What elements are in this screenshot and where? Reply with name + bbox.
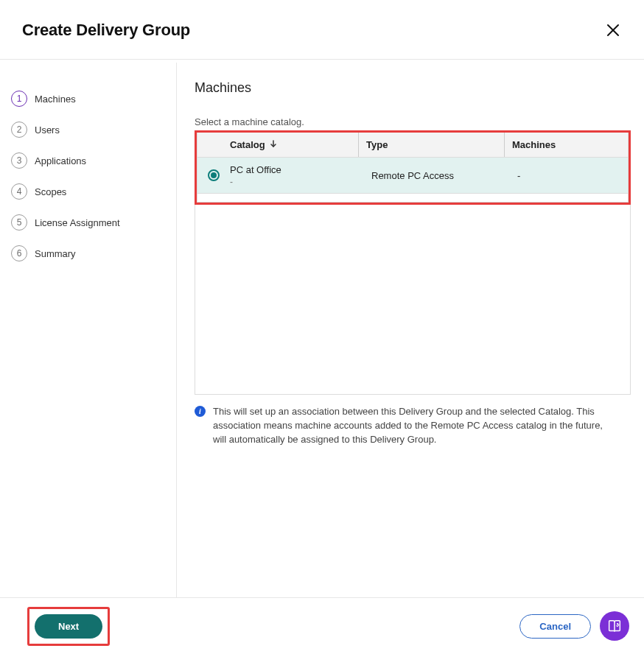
dialog-header: Create Delivery Group — [0, 0, 644, 60]
catalog-name: PC at Office — [230, 164, 358, 175]
info-note: i This will set up an association betwee… — [195, 405, 631, 447]
cancel-button[interactable]: Cancel — [519, 614, 591, 639]
col-type[interactable]: Type — [358, 133, 504, 157]
wizard-step-applications[interactable]: 3Applications — [11, 145, 176, 176]
step-number-icon: 5 — [11, 214, 27, 231]
wizard-step-machines[interactable]: 1Machines — [11, 83, 176, 114]
col-catalog[interactable]: Catalog — [197, 133, 358, 157]
step-number-icon: 4 — [11, 183, 27, 200]
step-number-icon: 3 — [11, 152, 27, 169]
catalog-selection-highlight: Catalog Type Machines PC at Off — [195, 130, 631, 205]
table-row[interactable]: PC at Office-Remote PC Access- — [197, 158, 628, 193]
catalog-sub: - — [230, 177, 358, 187]
catalog-table: Catalog Type Machines PC at Off — [197, 133, 629, 194]
dialog-footer: Next Cancel — [0, 597, 644, 654]
step-label: Machines — [35, 94, 76, 105]
info-text: This will set up an association between … — [213, 405, 616, 447]
catalog-radio[interactable] — [208, 169, 220, 181]
row-radio-cell — [197, 169, 230, 181]
main-panel: Machines Select a machine catalog. Catal… — [177, 63, 644, 597]
step-label: License Assignment — [35, 217, 120, 228]
step-label: Scopes — [35, 186, 66, 197]
row-machines-cell: - — [504, 170, 628, 181]
col-catalog-label: Catalog — [230, 139, 265, 150]
next-button-highlight: Next — [27, 607, 110, 646]
close-icon[interactable] — [604, 21, 622, 39]
instruction-text: Select a machine catalog. — [195, 116, 631, 127]
next-button[interactable]: Next — [35, 614, 102, 639]
row-type-cell: Remote PC Access — [358, 170, 504, 181]
col-machines-label: Machines — [512, 139, 556, 150]
wizard-step-summary[interactable]: 6Summary — [11, 238, 176, 269]
table-empty-row — [197, 194, 629, 203]
step-number-icon: 1 — [11, 91, 27, 107]
wizard-step-users[interactable]: 2Users — [11, 114, 176, 145]
panel-title: Machines — [195, 80, 631, 96]
wizard-sidebar: 1Machines2Users3Applications4Scopes5Lice… — [0, 63, 177, 597]
wizard-step-scopes[interactable]: 4Scopes — [11, 176, 176, 207]
sort-down-icon — [269, 139, 278, 150]
table-body: PC at Office-Remote PC Access- — [197, 158, 629, 194]
col-machines[interactable]: Machines — [504, 133, 628, 157]
table-spacer — [195, 205, 631, 395]
row-catalog-cell: PC at Office- — [230, 164, 358, 187]
table-header: Catalog Type Machines — [197, 133, 629, 158]
svg-point-4 — [617, 624, 618, 625]
help-fab-icon[interactable] — [600, 611, 629, 641]
step-label: Summary — [35, 248, 76, 259]
col-type-label: Type — [366, 139, 388, 150]
step-number-icon: 2 — [11, 122, 27, 138]
dialog-title: Create Delivery Group — [22, 21, 190, 40]
step-label: Applications — [35, 155, 86, 166]
step-label: Users — [35, 124, 60, 136]
info-icon: i — [195, 406, 206, 417]
wizard-step-license-assignment[interactable]: 5License Assignment — [11, 207, 176, 238]
step-number-icon: 6 — [11, 245, 27, 261]
